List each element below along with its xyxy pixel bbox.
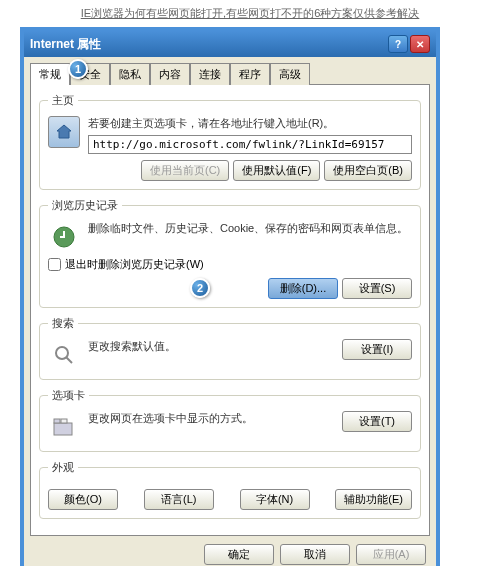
delete-button[interactable]: 删除(D)...	[268, 278, 338, 299]
use-blank-button[interactable]: 使用空白页(B)	[324, 160, 412, 181]
tabs-group: 选项卡 更改网页在选项卡中显示的方式。 设置(T)	[39, 388, 421, 452]
delete-on-exit-checkbox[interactable]	[48, 258, 61, 271]
window-controls: ? ✕	[388, 35, 430, 53]
appearance-legend: 外观	[48, 460, 78, 475]
dialog-footer: 确定 取消 应用(A)	[30, 536, 430, 566]
cancel-button[interactable]: 取消	[280, 544, 350, 565]
search-legend: 搜索	[48, 316, 78, 331]
annotation-badge-2: 2	[190, 278, 210, 298]
search-desc: 更改搜索默认值。	[88, 339, 334, 354]
accessibility-button[interactable]: 辅助功能(E)	[335, 489, 412, 510]
titlebar: Internet 属性 ? ✕	[24, 31, 436, 57]
fonts-button[interactable]: 字体(N)	[240, 489, 310, 510]
history-icon	[48, 221, 80, 253]
tabs-settings-button[interactable]: 设置(T)	[342, 411, 412, 432]
tab-advanced[interactable]: 高级	[270, 63, 310, 85]
use-default-button[interactable]: 使用默认值(F)	[233, 160, 320, 181]
header-link[interactable]: IE浏览器为何有些网页能打开,有些网页打不开的6种方案仅供参考解决	[81, 7, 420, 19]
svg-line-2	[66, 357, 72, 363]
annotation-badge-1: 1	[68, 59, 88, 79]
homepage-group: 主页 若要创建主页选项卡，请在各地址行键入地址(R)。 使用当前页(C) 使用默…	[39, 93, 421, 190]
homepage-desc: 若要创建主页选项卡，请在各地址行键入地址(R)。	[88, 116, 412, 131]
use-current-button[interactable]: 使用当前页(C)	[141, 160, 229, 181]
history-desc: 删除临时文件、历史记录、Cookie、保存的密码和网页表单信息。	[88, 221, 412, 236]
close-icon[interactable]: ✕	[410, 35, 430, 53]
colors-button[interactable]: 颜色(O)	[48, 489, 118, 510]
delete-on-exit-label: 退出时删除浏览历史记录(W)	[65, 257, 204, 272]
homepage-legend: 主页	[48, 93, 78, 108]
search-icon	[48, 339, 80, 371]
dialog-body: 1 常规 安全 隐私 内容 连接 程序 高级 主页 若要创建主页选项卡，请在各地…	[24, 57, 436, 566]
tab-connections[interactable]: 连接	[190, 63, 230, 85]
tab-privacy[interactable]: 隐私	[110, 63, 150, 85]
language-button[interactable]: 语言(L)	[144, 489, 214, 510]
ok-button[interactable]: 确定	[204, 544, 274, 565]
tab-strip: 1 常规 安全 隐私 内容 连接 程序 高级	[30, 63, 430, 85]
apply-button[interactable]: 应用(A)	[356, 544, 426, 565]
help-icon[interactable]: ?	[388, 35, 408, 53]
search-settings-button[interactable]: 设置(I)	[342, 339, 412, 360]
tab-general[interactable]: 常规	[30, 63, 70, 85]
svg-rect-4	[54, 419, 60, 423]
tabs-icon	[48, 411, 80, 443]
home-icon	[48, 116, 80, 148]
appearance-group: 外观 颜色(O) 语言(L) 字体(N) 辅助功能(E)	[39, 460, 421, 519]
tab-programs[interactable]: 程序	[230, 63, 270, 85]
svg-rect-3	[54, 423, 72, 435]
dialog-title: Internet 属性	[30, 36, 101, 53]
svg-rect-5	[61, 419, 67, 423]
history-group: 浏览历史记录 删除临时文件、历史记录、Cookie、保存的密码和网页表单信息。 …	[39, 198, 421, 308]
tabs-desc: 更改网页在选项卡中显示的方式。	[88, 411, 334, 426]
homepage-url-input[interactable]	[88, 135, 412, 154]
page-header: IE浏览器为何有些网页能打开,有些网页打不开的6种方案仅供参考解决	[0, 0, 500, 27]
history-legend: 浏览历史记录	[48, 198, 122, 213]
tabs-legend: 选项卡	[48, 388, 89, 403]
history-settings-button[interactable]: 设置(S)	[342, 278, 412, 299]
dialog-container: Internet 属性 ? ✕ 1 常规 安全 隐私 内容 连接 程序 高级 主…	[20, 27, 440, 566]
tab-content[interactable]: 内容	[150, 63, 190, 85]
search-group: 搜索 更改搜索默认值。 设置(I)	[39, 316, 421, 380]
tab-panel-general: 主页 若要创建主页选项卡，请在各地址行键入地址(R)。 使用当前页(C) 使用默…	[30, 84, 430, 536]
